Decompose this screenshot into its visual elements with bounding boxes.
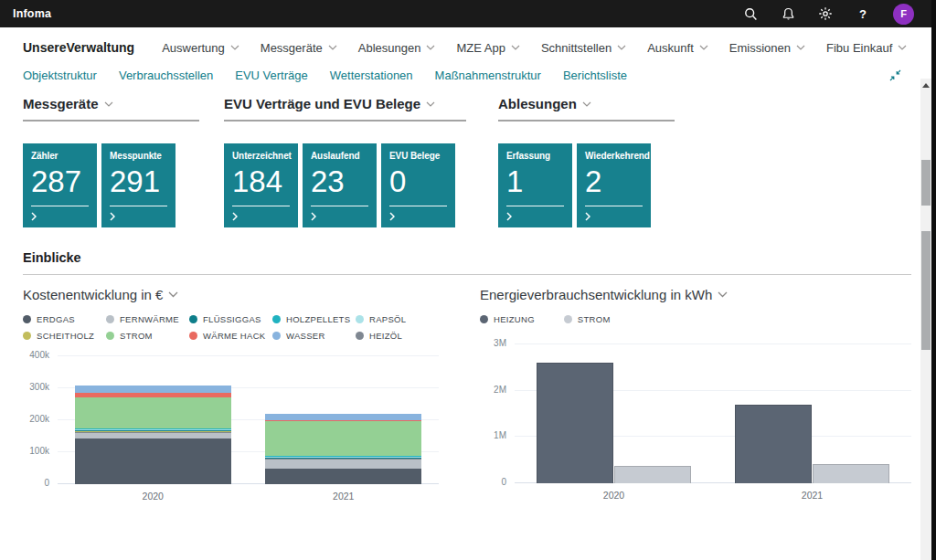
bar-segment-wasser[interactable]: [265, 414, 421, 420]
cue-group-title[interactable]: EVU Verträge und EVU Belege: [224, 96, 466, 122]
bar-heizung[interactable]: [735, 405, 813, 483]
bar-strom[interactable]: [614, 466, 692, 483]
cue-tile-z-hler[interactable]: Zähler287: [23, 143, 97, 227]
legend-chip: [272, 332, 281, 340]
chevron-down-icon: [328, 45, 337, 50]
menu-messger-te[interactable]: Messgeräte: [261, 41, 337, 55]
bar-segment-holzpellets[interactable]: [265, 456, 421, 457]
bar-segment-erdgas[interactable]: [75, 438, 231, 484]
plot: [515, 344, 911, 483]
brand-logo[interactable]: Infoma: [13, 7, 51, 20]
cue-tile-messpunkte[interactable]: Messpunkte291: [101, 143, 176, 227]
chevron-down-icon: [426, 101, 435, 107]
cue-group-ablesungen: AblesungenErfassung1Wiederkehrend2: [498, 96, 675, 227]
cue-group-title[interactable]: Messgeräte: [23, 96, 199, 122]
bar-segment-fernw-rme[interactable]: [265, 460, 421, 469]
cue-tile-wiederkehrend[interactable]: Wiederkehrend2: [577, 143, 651, 227]
bar-strom[interactable]: [813, 464, 890, 483]
insights-heading: Einblicke: [23, 250, 911, 265]
nav-link-ma-nahmenstruktur[interactable]: Maßnahmenstruktur: [435, 69, 541, 82]
legend-chip: [23, 332, 31, 340]
bar-segment-erdgas[interactable]: [265, 469, 421, 485]
cue-divider: [232, 206, 290, 206]
chart-title-dropdown[interactable]: Energieverbrauchsentwicklung in kWh: [480, 287, 911, 302]
category-slot: [249, 356, 440, 484]
cue-groups-row: MessgeräteZähler287Messpunkte291EVU Vert…: [23, 96, 911, 227]
insights-section: Einblicke Kostenentwicklung in € ERDGASF…: [23, 250, 911, 502]
notifications-icon[interactable]: [781, 6, 795, 21]
open-chevron-icon: [506, 212, 512, 221]
nav-link-berichtsliste[interactable]: Berichtsliste: [563, 69, 627, 82]
cue-tiles: Unterzeichnet184Auslaufend23EVU Belege0: [224, 143, 466, 227]
menu-fibu-einkauf[interactable]: Fibu Einkauf: [826, 41, 907, 55]
chevron-down-icon: [617, 45, 626, 50]
legend-item-erdgas: ERDGAS: [23, 311, 106, 327]
bar-segment-raps-l[interactable]: [75, 429, 231, 430]
bar-segment-strom[interactable]: [265, 421, 421, 455]
legend-item-scheitholz: SCHEITHOLZ: [23, 327, 106, 343]
cue-tile-unterzeichnet[interactable]: Unterzeichnet184: [224, 143, 298, 227]
cue-label: Messpunkte: [110, 151, 168, 161]
bar-segment-w-rme-hack[interactable]: [265, 420, 421, 422]
cue-tiles: Zähler287Messpunkte291: [23, 143, 199, 227]
nav-row-secondary: ObjektstrukturVerbrauchsstellenEVU Vertr…: [23, 69, 909, 90]
settings-icon[interactable]: [818, 6, 833, 21]
scrollbar-up-icon[interactable]: [922, 83, 930, 88]
nav-link-wetterstationen[interactable]: Wetterstationen: [330, 69, 413, 82]
charts-row: Kostenentwicklung in € ERDGASFERNWÄRMEFL…: [23, 287, 911, 502]
bar-segment-heiz-l[interactable]: [75, 431, 231, 433]
menu-auswertung[interactable]: Auswertung: [162, 41, 239, 55]
cue-group-messger-te: MessgeräteZähler287Messpunkte291: [23, 96, 199, 227]
cue-group-title[interactable]: Ablesungen: [498, 96, 675, 122]
cue-tile-auslaufend[interactable]: Auslaufend23: [303, 143, 377, 227]
cue-tile-erfassung[interactable]: Erfassung1: [498, 143, 572, 227]
bar-heizung[interactable]: [537, 363, 614, 483]
bar-segment-w-rme-hack[interactable]: [75, 393, 231, 397]
nav-menus: AuswertungMessgeräteAblesungenMZE AppSch…: [162, 41, 907, 55]
bar-segment-heiz-l[interactable]: [265, 458, 421, 459]
scrollbar-thumb[interactable]: [921, 231, 931, 350]
cue-value: 2: [585, 166, 644, 198]
open-chevron-icon: [31, 212, 37, 221]
bar-segment-fernw-rme[interactable]: [75, 433, 231, 438]
x-category-label: 2021: [249, 491, 440, 502]
y-tick-label: 2M: [494, 386, 506, 395]
help-icon[interactable]: ?: [856, 6, 870, 21]
chevron-down-icon: [898, 45, 907, 50]
chart-title-dropdown[interactable]: Kostenentwicklung in €: [23, 287, 439, 302]
y-tick-label: 300k: [29, 383, 49, 392]
cue-label: Auslaufend: [311, 151, 369, 161]
search-icon[interactable]: [743, 6, 758, 21]
legend-chip: [189, 315, 197, 323]
chart-title: Kostenentwicklung in €: [23, 287, 163, 302]
menu-emissionen[interactable]: Emissionen: [729, 41, 805, 55]
legend-item-heizung: HEIZUNG: [480, 311, 535, 327]
scrollbar-thumb[interactable]: [921, 160, 931, 206]
collapse-icon[interactable]: [889, 69, 901, 81]
nav-root[interactable]: UnsereVerwaltung: [23, 40, 134, 55]
bar-segment-wasser[interactable]: [75, 386, 231, 393]
bar-segment-strom[interactable]: [75, 397, 231, 428]
nav-link-verbrauchsstellen[interactable]: Verbrauchsstellen: [119, 69, 213, 82]
cue-tile-evu-belege[interactable]: EVU Belege0: [381, 143, 455, 227]
vertical-scrollbar[interactable]: [920, 79, 931, 560]
x-category-label: 2020: [515, 490, 713, 501]
bar-segment-holzpellets[interactable]: [75, 428, 231, 429]
legend-chip: [564, 315, 572, 323]
chevron-down-icon: [796, 45, 805, 50]
legend-chip: [23, 315, 31, 323]
avatar[interactable]: F: [893, 4, 914, 25]
cue-value: 184: [232, 166, 291, 198]
chevron-down-icon: [511, 45, 520, 50]
nav-link-objektstruktur[interactable]: Objektstruktur: [23, 69, 97, 82]
menu-mze-app[interactable]: MZE App: [456, 41, 519, 55]
legend-chip: [106, 332, 114, 340]
menu-schnittstellen[interactable]: Schnittstellen: [541, 41, 626, 55]
y-tick-label: 0: [501, 478, 506, 487]
cue-divider: [506, 206, 564, 206]
cue-divider: [110, 206, 167, 206]
menu-ablesungen[interactable]: Ablesungen: [358, 41, 436, 55]
nav-link-evu-vertr-ge[interactable]: EVU Verträge: [235, 69, 308, 82]
legend-item-strom: STROM: [106, 327, 189, 343]
menu-auskunft[interactable]: Auskunft: [647, 41, 708, 55]
